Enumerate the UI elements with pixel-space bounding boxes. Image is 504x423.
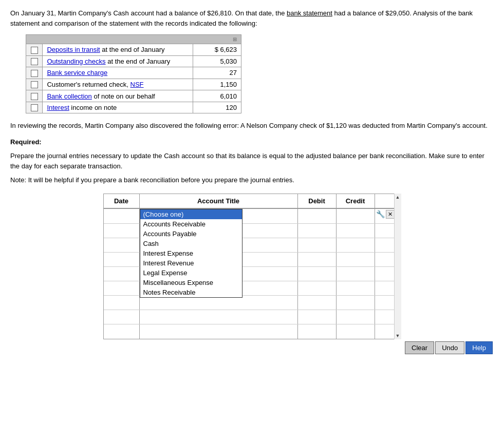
account-cell-7[interactable]: [140, 296, 298, 310]
credit-cell-6[interactable]: [337, 281, 375, 295]
debit-input-6[interactable]: [300, 283, 333, 290]
account-cell-1[interactable]: (Choose one) Accounts Receivable Account…: [140, 209, 298, 223]
dropdown-option-choose[interactable]: (Choose one): [140, 209, 242, 219]
account-dropdown-1[interactable]: (Choose one) Accounts Receivable Account…: [140, 209, 242, 298]
dropdown-option-ar[interactable]: Accounts Receivable: [140, 219, 242, 229]
dropdown-option-me[interactable]: Miscellaneous Expense: [140, 278, 242, 287]
dropdown-option-le[interactable]: Legal Expense: [140, 268, 242, 278]
credit-input-9[interactable]: [339, 326, 372, 333]
date-input-8[interactable]: [106, 312, 137, 319]
credit-cell-1[interactable]: [337, 209, 375, 223]
date-input-5[interactable]: [106, 268, 137, 276]
bank-statement-link[interactable]: bank statement: [287, 9, 332, 17]
debit-cell-3[interactable]: [298, 238, 337, 252]
credit-input-4[interactable]: [339, 254, 372, 261]
checkbox-interest[interactable]: [31, 104, 38, 111]
nsf-link[interactable]: NSF: [130, 81, 144, 88]
dropdown-option-ap[interactable]: Accounts Payable: [140, 229, 242, 239]
col-credit-header: Credit: [337, 194, 375, 208]
interest-link[interactable]: Interest: [47, 104, 69, 111]
debit-cell-8[interactable]: [298, 310, 337, 324]
debit-input-1[interactable]: [300, 210, 333, 218]
dropdown-option-ir[interactable]: Interest Revenue: [140, 258, 242, 268]
credit-cell-9[interactable]: [337, 324, 375, 339]
scrollbar[interactable]: ▲ ▼: [394, 194, 401, 339]
outstanding-checks-link[interactable]: Outstanding checks: [47, 57, 105, 65]
debit-cell-6[interactable]: [298, 281, 337, 295]
credit-input-5[interactable]: [339, 268, 372, 276]
intro-paragraph: On January 31, Martin Company's Cash acc…: [10, 8, 494, 28]
delete-row-button[interactable]: ✕: [386, 210, 395, 219]
col-date-header: Date: [104, 194, 140, 208]
table-row: Interest income on note 120: [26, 102, 241, 113]
debit-input-9[interactable]: [300, 326, 333, 333]
date-cell-1[interactable]: [104, 209, 140, 223]
date-cell-3[interactable]: [104, 238, 140, 252]
credit-input-3[interactable]: [339, 240, 372, 247]
date-input-7[interactable]: [106, 297, 137, 304]
date-cell-6[interactable]: [104, 281, 140, 295]
debit-cell-2[interactable]: [298, 224, 337, 238]
checkbox-bank-service[interactable]: [31, 70, 38, 77]
account-cell-8[interactable]: [140, 310, 298, 324]
date-cell-9[interactable]: [104, 324, 140, 339]
date-cell-5[interactable]: [104, 267, 140, 281]
debit-cell-9[interactable]: [298, 324, 337, 339]
journal-row-8: [104, 310, 401, 324]
bank-collection-link[interactable]: Bank collection: [47, 92, 91, 100]
debit-cell-1[interactable]: [298, 209, 337, 223]
debit-input-5[interactable]: [300, 268, 333, 276]
checkbox-bank-collection[interactable]: [31, 93, 38, 100]
debit-input-8[interactable]: [300, 312, 333, 319]
checkbox-outstanding[interactable]: [31, 58, 38, 65]
dropdown-option-ie[interactable]: Interest Expense: [140, 248, 242, 258]
date-cell-4[interactable]: [104, 253, 140, 266]
deposits-link[interactable]: Deposits in transit: [47, 46, 100, 53]
credit-cell-7[interactable]: [337, 296, 375, 310]
credit-cell-4[interactable]: [337, 253, 375, 266]
date-input-2[interactable]: [106, 225, 137, 233]
journal-header: Date Account Title Debit Credit: [104, 194, 401, 209]
checkbox-returned[interactable]: [31, 81, 38, 88]
account-cell-9[interactable]: [140, 324, 298, 339]
checkbox-deposits[interactable]: [31, 47, 38, 54]
debit-cell-4[interactable]: [298, 253, 337, 266]
credit-cell-5[interactable]: [337, 267, 375, 281]
debit-input-3[interactable]: [300, 240, 333, 247]
add-row-icon[interactable]: 🔧: [376, 210, 385, 218]
journal-table: Date Account Title Debit Credit (Choose …: [103, 194, 401, 339]
date-input-4[interactable]: [106, 254, 137, 261]
credit-input-1[interactable]: [339, 210, 372, 218]
required-paragraph: Required:: [10, 137, 494, 147]
debit-cell-5[interactable]: [298, 267, 337, 281]
date-input-6[interactable]: [106, 283, 137, 290]
scroll-up-arrow[interactable]: ▲: [395, 194, 401, 201]
help-button[interactable]: Help: [465, 341, 493, 354]
credit-input-7[interactable]: [339, 297, 372, 304]
debit-input-4[interactable]: [300, 254, 333, 261]
date-input-1[interactable]: [106, 210, 137, 218]
credit-input-2[interactable]: [339, 225, 372, 233]
undo-button[interactable]: Undo: [435, 341, 464, 354]
credit-cell-8[interactable]: [337, 310, 375, 324]
debit-input-2[interactable]: [300, 225, 333, 233]
note-paragraph: Note: It will be helpful if you prepare …: [10, 175, 494, 185]
scroll-down-arrow[interactable]: ▼: [395, 332, 401, 339]
table-row: Outstanding checks at the end of January…: [26, 55, 241, 67]
bank-service-link[interactable]: Bank service charge: [47, 69, 107, 76]
date-input-9[interactable]: [106, 326, 137, 333]
debit-cell-7[interactable]: [298, 296, 337, 310]
credit-input-6[interactable]: [339, 283, 372, 290]
date-cell-7[interactable]: [104, 296, 140, 310]
date-cell-8[interactable]: [104, 310, 140, 324]
clear-button[interactable]: Clear: [405, 341, 434, 354]
credit-input-8[interactable]: [339, 312, 372, 319]
journal-row-1: (Choose one) Accounts Receivable Account…: [104, 209, 401, 224]
credit-cell-2[interactable]: [337, 224, 375, 238]
credit-cell-3[interactable]: [337, 238, 375, 252]
debit-input-7[interactable]: [300, 297, 333, 304]
date-input-3[interactable]: [106, 240, 137, 247]
dropdown-option-nr[interactable]: Notes Receivable: [140, 287, 242, 297]
date-cell-2[interactable]: [104, 224, 140, 238]
dropdown-option-cash[interactable]: Cash: [140, 239, 242, 248]
